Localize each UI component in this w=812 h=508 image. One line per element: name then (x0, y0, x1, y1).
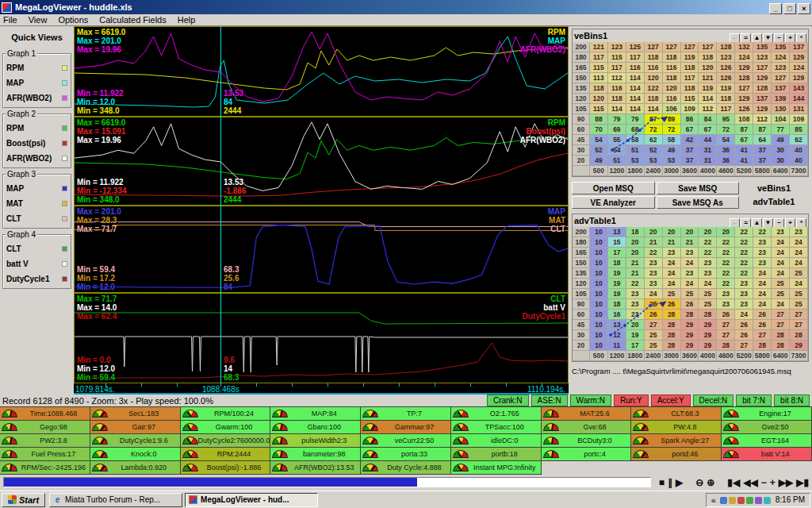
table-cell[interactable]: 23 (663, 248, 681, 258)
table-cell[interactable]: 118 (699, 52, 717, 63)
gauge-afr-wbo2[interactable]: AFR(WBO2):13.53 (270, 461, 361, 475)
gauge-spark-angle[interactable]: Spark Angle:27 (631, 434, 722, 448)
table-cell[interactable]: 13 (608, 227, 626, 237)
gauge-map[interactable]: MAP:84 (270, 407, 361, 421)
table-cell[interactable]: 24 (790, 258, 808, 268)
table-cell[interactable]: 29 (790, 341, 808, 351)
table-cell[interactable]: 72 (645, 125, 663, 135)
graph-2[interactable]: Max = 6619.0Max = 15.091Max = 19.96Min =… (74, 117, 569, 206)
gauge-barometer[interactable]: barometer:98 (270, 448, 361, 461)
table-cell[interactable]: 114 (699, 94, 717, 104)
table-cell[interactable]: 25 (663, 289, 681, 299)
table-cell[interactable]: 21 (645, 237, 663, 248)
pause-button[interactable]: ∥ (668, 475, 672, 490)
table-cell[interactable]: 26 (645, 310, 663, 320)
table-cell[interactable]: 79 (608, 114, 626, 125)
title-bar[interactable]: MegaLogViewer - huddle.xls _□× (0, 0, 812, 14)
table-cell[interactable]: 126 (717, 63, 735, 73)
table-cell[interactable]: 26 (735, 320, 753, 330)
gauge-clt[interactable]: CLT:68.3 (631, 407, 722, 421)
table-cell[interactable]: 114 (626, 94, 645, 104)
table-cell[interactable]: 17 (626, 341, 645, 351)
table-cell[interactable]: 67 (681, 125, 699, 135)
table-cell[interactable]: 19 (608, 279, 626, 289)
table-cell[interactable]: 24 (772, 258, 790, 268)
table-cell[interactable]: 84 (699, 114, 717, 125)
gauge-rpm-sec[interactable]: RPM/Sec:-2425.196 (0, 461, 90, 475)
table-cell[interactable]: 23 (717, 299, 735, 310)
table-cell[interactable]: 24 (753, 289, 772, 299)
table-cell[interactable]: 27 (645, 320, 663, 330)
table-cell[interactable]: 64 (753, 135, 772, 145)
table-cell[interactable]: 128 (735, 73, 753, 83)
table-cell[interactable]: 22 (735, 258, 753, 268)
table-cell[interactable]: 121 (699, 73, 717, 83)
table-cell[interactable]: 129 (790, 52, 808, 63)
tray-icon[interactable] (729, 497, 736, 504)
table-cell[interactable]: 123 (772, 63, 790, 73)
table-cell[interactable]: 53 (626, 156, 645, 166)
table-cell[interactable]: 24 (663, 268, 681, 279)
table-cell[interactable]: 70 (590, 125, 608, 135)
table-cell[interactable]: 25 (772, 279, 790, 289)
table-cell[interactable]: 23 (717, 289, 735, 299)
table-cell[interactable]: 118 (590, 83, 608, 94)
gauge-lambda[interactable]: Lambda:0.920 (90, 461, 181, 475)
table-cell[interactable]: 87 (753, 125, 772, 135)
table-cell[interactable]: 28 (753, 341, 772, 351)
table-cell[interactable]: 19 (608, 268, 626, 279)
table-cell[interactable]: 22 (717, 268, 735, 279)
table-cell[interactable]: 126 (717, 73, 735, 83)
quickview-afr-wbo2[interactable]: AFR(WBO2) (6, 151, 68, 166)
table-cell[interactable]: 24 (772, 268, 790, 279)
gauge-boost-psi[interactable]: Boost(psi):-1.886 (181, 461, 271, 475)
gauge-rpm[interactable]: RPM:2444 (181, 448, 271, 461)
menu-file[interactable]: File (3, 15, 17, 25)
table-cell[interactable]: 24 (772, 299, 790, 310)
gauge-pw2[interactable]: PW2:3.8 (0, 434, 90, 448)
table-cell[interactable]: 37 (681, 145, 699, 156)
table-cell[interactable]: 24 (699, 279, 717, 289)
table-cell[interactable]: 126 (735, 104, 753, 114)
gauge-rpm-100[interactable]: RPM/100:24 (181, 407, 271, 421)
table-cell[interactable]: 23 (645, 279, 663, 289)
table-cell[interactable]: 24 (790, 279, 808, 289)
table-cell[interactable]: 123 (753, 52, 772, 63)
table-cell[interactable]: 25 (645, 341, 663, 351)
table-cell[interactable]: 121 (590, 42, 608, 52)
table-cell[interactable]: 25 (699, 299, 717, 310)
ve-analyzer-button[interactable]: VE Analyzer (572, 196, 655, 209)
gauge-portc[interactable]: portc:4 (542, 448, 632, 461)
table-cell[interactable]: 135 (753, 42, 772, 52)
table-cell[interactable]: 116 (626, 63, 645, 73)
table-cell[interactable]: 13 (608, 320, 626, 330)
gauge-tp[interactable]: TP:7 (361, 407, 451, 421)
gauge-egt[interactable]: EGT:164 (722, 434, 812, 448)
table-cell[interactable]: 117 (681, 73, 699, 83)
table-cell[interactable]: 49 (772, 135, 790, 145)
table-cell[interactable]: 16 (608, 310, 626, 320)
table-cell[interactable]: 51 (626, 145, 645, 156)
table-cell[interactable]: 24 (753, 279, 772, 289)
table-cell[interactable]: 135 (772, 42, 790, 52)
table-cell[interactable]: 28 (790, 330, 808, 341)
table-cell[interactable]: 143 (790, 83, 808, 94)
table-cell[interactable]: 24 (681, 258, 699, 268)
table-cell[interactable]: 28 (663, 320, 681, 330)
table-cell[interactable]: 25 (790, 289, 808, 299)
table-cell[interactable]: 18 (608, 258, 626, 268)
gauge-knock[interactable]: Knock:0 (90, 448, 181, 461)
table-cell[interactable]: 37 (681, 156, 699, 166)
table-cell[interactable]: 117 (626, 52, 645, 63)
table-cell[interactable]: 118 (681, 83, 699, 94)
table-cell[interactable]: 15 (608, 237, 626, 248)
forward-button[interactable]: ▶▶ (779, 475, 793, 490)
table-cell[interactable]: 23 (699, 258, 717, 268)
table-cell[interactable]: 27 (735, 341, 753, 351)
table-cell[interactable]: 129 (790, 73, 808, 83)
table-cell[interactable]: 22 (717, 248, 735, 258)
table-cell[interactable]: 129 (735, 94, 753, 104)
table-cell[interactable]: 119 (681, 52, 699, 63)
table-cell[interactable]: 86 (681, 114, 699, 125)
table-cell[interactable]: 29 (681, 320, 699, 330)
